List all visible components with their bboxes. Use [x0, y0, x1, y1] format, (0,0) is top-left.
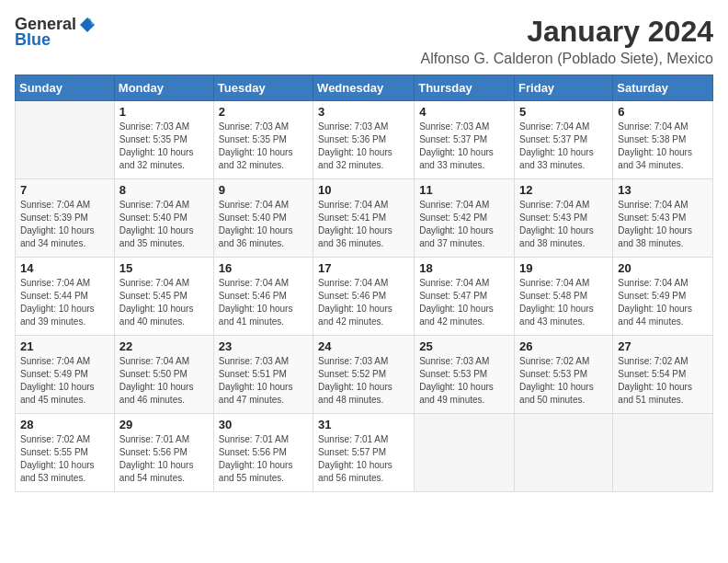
day-header-friday: Friday	[515, 75, 613, 101]
calendar-title: January 2024	[421, 15, 713, 49]
calendar-cell: 4Sunrise: 7:03 AM Sunset: 5:37 PM Daylig…	[415, 101, 515, 179]
title-section: January 2024 Alfonso G. Calderon (Poblad…	[421, 15, 713, 67]
day-number: 31	[318, 418, 409, 431]
day-info: Sunrise: 7:04 AM Sunset: 5:42 PM Dayligh…	[419, 199, 509, 250]
day-info: Sunrise: 7:03 AM Sunset: 5:53 PM Dayligh…	[419, 355, 509, 407]
day-number: 24	[318, 339, 409, 353]
calendar-cell: 23Sunrise: 7:03 AM Sunset: 5:51 PM Dayli…	[213, 336, 313, 414]
calendar-cell: 17Sunrise: 7:04 AM Sunset: 5:46 PM Dayli…	[313, 258, 415, 336]
day-number: 8	[119, 183, 209, 197]
calendar-table: SundayMondayTuesdayWednesdayThursdayFrid…	[15, 75, 713, 492]
day-info: Sunrise: 7:04 AM Sunset: 5:49 PM Dayligh…	[618, 277, 708, 328]
day-number: 23	[219, 339, 308, 353]
day-info: Sunrise: 7:04 AM Sunset: 5:38 PM Dayligh…	[618, 121, 708, 172]
day-info: Sunrise: 7:01 AM Sunset: 5:57 PM Dayligh…	[318, 433, 409, 485]
calendar-cell: 8Sunrise: 7:04 AM Sunset: 5:40 PM Daylig…	[114, 179, 213, 258]
day-info: Sunrise: 7:04 AM Sunset: 5:37 PM Dayligh…	[519, 121, 608, 172]
day-number: 28	[20, 418, 109, 431]
day-info: Sunrise: 7:03 AM Sunset: 5:35 PM Dayligh…	[219, 121, 308, 172]
calendar-cell: 18Sunrise: 7:04 AM Sunset: 5:47 PM Dayli…	[415, 258, 515, 336]
day-header-tuesday: Tuesday	[213, 75, 313, 101]
day-number: 17	[318, 261, 409, 275]
calendar-cell	[415, 414, 515, 492]
day-number: 3	[318, 105, 409, 119]
day-info: Sunrise: 7:04 AM Sunset: 5:46 PM Dayligh…	[318, 277, 409, 328]
calendar-cell: 28Sunrise: 7:02 AM Sunset: 5:55 PM Dayli…	[16, 414, 115, 492]
calendar-cell: 2Sunrise: 7:03 AM Sunset: 5:35 PM Daylig…	[213, 101, 313, 179]
day-number: 6	[618, 105, 708, 119]
calendar-cell	[16, 101, 115, 179]
day-header-sunday: Sunday	[16, 75, 115, 101]
calendar-cell: 26Sunrise: 7:02 AM Sunset: 5:53 PM Dayli…	[515, 336, 613, 414]
day-info: Sunrise: 7:04 AM Sunset: 5:46 PM Dayligh…	[219, 277, 308, 328]
calendar-cell: 15Sunrise: 7:04 AM Sunset: 5:45 PM Dayli…	[114, 258, 213, 336]
day-info: Sunrise: 7:04 AM Sunset: 5:48 PM Dayligh…	[519, 277, 608, 328]
day-number: 13	[618, 183, 708, 197]
day-info: Sunrise: 7:03 AM Sunset: 5:51 PM Dayligh…	[219, 355, 308, 407]
calendar-cell: 1Sunrise: 7:03 AM Sunset: 5:35 PM Daylig…	[114, 101, 213, 179]
calendar-cell: 6Sunrise: 7:04 AM Sunset: 5:38 PM Daylig…	[613, 101, 713, 179]
day-number: 27	[618, 339, 708, 353]
page-header: General Blue January 2024 Alfonso G. Cal…	[15, 15, 713, 67]
day-number: 2	[219, 105, 308, 119]
calendar-cell: 21Sunrise: 7:04 AM Sunset: 5:49 PM Dayli…	[16, 336, 115, 414]
day-info: Sunrise: 7:04 AM Sunset: 5:44 PM Dayligh…	[20, 277, 109, 328]
day-info: Sunrise: 7:04 AM Sunset: 5:49 PM Dayligh…	[20, 355, 109, 407]
day-number: 4	[419, 105, 509, 119]
day-info: Sunrise: 7:03 AM Sunset: 5:36 PM Dayligh…	[318, 121, 409, 172]
calendar-cell: 3Sunrise: 7:03 AM Sunset: 5:36 PM Daylig…	[313, 101, 415, 179]
calendar-cell: 10Sunrise: 7:04 AM Sunset: 5:41 PM Dayli…	[313, 179, 415, 258]
calendar-cell: 14Sunrise: 7:04 AM Sunset: 5:44 PM Dayli…	[16, 258, 115, 336]
day-number: 14	[20, 261, 109, 275]
week-row-2: 7Sunrise: 7:04 AM Sunset: 5:39 PM Daylig…	[16, 179, 713, 258]
day-info: Sunrise: 7:02 AM Sunset: 5:55 PM Dayligh…	[20, 433, 109, 485]
calendar-cell: 12Sunrise: 7:04 AM Sunset: 5:43 PM Dayli…	[515, 179, 613, 258]
day-header-saturday: Saturday	[613, 75, 713, 101]
day-header-monday: Monday	[114, 75, 213, 101]
day-info: Sunrise: 7:02 AM Sunset: 5:54 PM Dayligh…	[618, 355, 708, 407]
week-row-3: 14Sunrise: 7:04 AM Sunset: 5:44 PM Dayli…	[16, 258, 713, 336]
week-row-1: 1Sunrise: 7:03 AM Sunset: 5:35 PM Daylig…	[16, 101, 713, 179]
day-number: 9	[219, 183, 308, 197]
day-info: Sunrise: 7:04 AM Sunset: 5:39 PM Dayligh…	[20, 199, 109, 250]
calendar-cell	[613, 414, 713, 492]
calendar-cell	[515, 414, 613, 492]
day-header-thursday: Thursday	[415, 75, 515, 101]
calendar-cell: 13Sunrise: 7:04 AM Sunset: 5:43 PM Dayli…	[613, 179, 713, 258]
day-info: Sunrise: 7:03 AM Sunset: 5:37 PM Dayligh…	[419, 121, 509, 172]
day-info: Sunrise: 7:04 AM Sunset: 5:43 PM Dayligh…	[519, 199, 608, 250]
week-row-4: 21Sunrise: 7:04 AM Sunset: 5:49 PM Dayli…	[16, 336, 713, 414]
day-header-wednesday: Wednesday	[313, 75, 415, 101]
day-info: Sunrise: 7:02 AM Sunset: 5:53 PM Dayligh…	[519, 355, 608, 407]
day-number: 26	[519, 339, 608, 353]
logo: General Blue	[15, 15, 97, 50]
day-number: 5	[519, 105, 608, 119]
day-number: 22	[119, 339, 209, 353]
day-number: 30	[219, 418, 308, 431]
day-info: Sunrise: 7:04 AM Sunset: 5:40 PM Dayligh…	[219, 199, 308, 250]
calendar-cell: 31Sunrise: 7:01 AM Sunset: 5:57 PM Dayli…	[313, 414, 415, 492]
day-number: 18	[419, 261, 509, 275]
calendar-cell: 16Sunrise: 7:04 AM Sunset: 5:46 PM Dayli…	[213, 258, 313, 336]
day-info: Sunrise: 7:01 AM Sunset: 5:56 PM Dayligh…	[119, 433, 209, 485]
day-number: 11	[419, 183, 509, 197]
day-info: Sunrise: 7:04 AM Sunset: 5:41 PM Dayligh…	[318, 199, 409, 250]
days-header-row: SundayMondayTuesdayWednesdayThursdayFrid…	[16, 75, 713, 101]
logo-blue-text: Blue	[15, 30, 51, 50]
calendar-cell: 7Sunrise: 7:04 AM Sunset: 5:39 PM Daylig…	[16, 179, 115, 258]
calendar-cell: 27Sunrise: 7:02 AM Sunset: 5:54 PM Dayli…	[613, 336, 713, 414]
day-info: Sunrise: 7:04 AM Sunset: 5:45 PM Dayligh…	[119, 277, 209, 328]
day-number: 16	[219, 261, 308, 275]
day-number: 10	[318, 183, 409, 197]
day-number: 29	[119, 418, 209, 431]
calendar-cell: 19Sunrise: 7:04 AM Sunset: 5:48 PM Dayli…	[515, 258, 613, 336]
day-info: Sunrise: 7:04 AM Sunset: 5:50 PM Dayligh…	[119, 355, 209, 407]
day-number: 15	[119, 261, 209, 275]
calendar-cell: 9Sunrise: 7:04 AM Sunset: 5:40 PM Daylig…	[213, 179, 313, 258]
day-info: Sunrise: 7:01 AM Sunset: 5:56 PM Dayligh…	[219, 433, 308, 485]
calendar-cell: 5Sunrise: 7:04 AM Sunset: 5:37 PM Daylig…	[515, 101, 613, 179]
day-info: Sunrise: 7:04 AM Sunset: 5:43 PM Dayligh…	[618, 199, 708, 250]
day-number: 20	[618, 261, 708, 275]
calendar-cell: 29Sunrise: 7:01 AM Sunset: 5:56 PM Dayli…	[114, 414, 213, 492]
day-number: 19	[519, 261, 608, 275]
